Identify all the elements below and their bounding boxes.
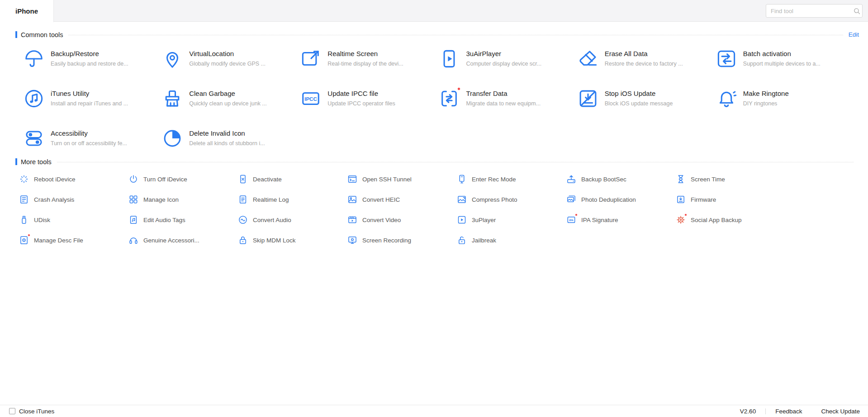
more-tool-turn-off-idevice[interactable]: Turn Off iDevice bbox=[128, 174, 238, 185]
realtime-screen-icon bbox=[300, 48, 321, 69]
footer-right: V2.60 Feedback Check Update bbox=[740, 408, 860, 415]
tool-label: UDisk bbox=[34, 217, 50, 223]
tool-label: Convert Video bbox=[362, 217, 401, 223]
tool-label: Social App Backup bbox=[691, 217, 742, 223]
common-tool-realtime-screen[interactable]: Realtime ScreenReal-time display of the … bbox=[300, 48, 439, 69]
close-itunes-checkbox[interactable] bbox=[9, 408, 15, 414]
close-itunes-option[interactable]: Close iTunes bbox=[9, 408, 54, 415]
section-divider bbox=[68, 35, 843, 35]
genuine-accessory-icon bbox=[128, 235, 138, 245]
3uplayer-icon bbox=[457, 215, 467, 225]
more-tool-open-ssh-tunnel[interactable]: Open SSH Tunnel bbox=[347, 174, 457, 185]
tab-bar: iPhone bbox=[0, 0, 868, 22]
stop-update-icon bbox=[578, 88, 598, 109]
more-tool-edit-audio-tags[interactable]: Edit Audio Tags bbox=[128, 214, 238, 225]
search-input[interactable] bbox=[766, 8, 853, 14]
edit-link[interactable]: Edit bbox=[849, 31, 859, 38]
tool-title: iTunes Utility bbox=[51, 90, 128, 97]
more-tool-deactivate[interactable]: Deactivate bbox=[238, 174, 347, 185]
tool-label: 3uPlayer bbox=[472, 217, 496, 223]
common-tool-transfer-data[interactable]: Transfer DataMigrate data to new equipm.… bbox=[439, 88, 577, 109]
section-title: Common tools bbox=[21, 31, 63, 38]
clean-brush-icon bbox=[162, 88, 183, 109]
more-tool-convert-audio[interactable]: Convert Audio bbox=[238, 214, 347, 225]
svg-text:IPCC: IPCC bbox=[305, 96, 317, 102]
tool-title: Make Ringtone bbox=[743, 90, 789, 97]
tool-desc: Real-time display of the devi... bbox=[327, 61, 403, 67]
more-tool-social-app-backup[interactable]: Social App Backup bbox=[676, 214, 785, 225]
common-tool-batch-activation[interactable]: Batch activationSupport multiple devices… bbox=[716, 48, 854, 69]
accessibility-icon bbox=[24, 128, 44, 149]
more-tool-manage-icon[interactable]: Manage Icon bbox=[128, 194, 238, 205]
more-tools-grid: Reboot iDeviceTurn Off iDeviceDeactivate… bbox=[0, 166, 868, 246]
tool-title: VirtualLocation bbox=[189, 50, 266, 57]
common-tool-3uairplayer[interactable]: 3uAirPlayerComputer display device scr..… bbox=[439, 48, 577, 69]
common-tool-accessibility[interactable]: AccessibilityTurn on or off accessibilit… bbox=[24, 128, 162, 149]
tool-title: Stop iOS Update bbox=[605, 90, 673, 97]
more-tool-udisk[interactable]: UDisk bbox=[19, 214, 128, 225]
section-title: More tools bbox=[21, 158, 52, 166]
section-divider bbox=[57, 162, 854, 162]
ipa-signature-icon: IPA bbox=[566, 215, 576, 225]
status-bar: Close iTunes V2.60 Feedback Check Update bbox=[0, 405, 868, 417]
search-icon[interactable] bbox=[853, 7, 861, 15]
tab-iphone[interactable]: iPhone bbox=[0, 0, 54, 22]
version-label: V2.60 bbox=[740, 408, 756, 415]
tool-desc: Turn on or off accessibility fe... bbox=[51, 140, 127, 147]
more-tool-manage-desc-file[interactable]: Manage Desc File bbox=[19, 235, 128, 246]
common-tool-update-ipcc-file[interactable]: IPCCUpdate IPCC fileUpdate IPCC operator… bbox=[300, 88, 439, 109]
ringtone-bell-icon bbox=[716, 88, 737, 109]
ipcc-file-icon: IPCC bbox=[300, 88, 321, 109]
common-tool-virtuallocation[interactable]: VirtualLocationGlobally modify device GP… bbox=[162, 48, 300, 69]
more-tool-convert-heic[interactable]: Convert HEIC bbox=[347, 194, 457, 205]
tool-label: Compress Photo bbox=[472, 196, 517, 203]
common-tool-delete-invalid-icon[interactable]: Delete Invalid IconDelete all kinds of s… bbox=[162, 128, 300, 149]
more-tool-crash-analysis[interactable]: Crash Analysis bbox=[19, 194, 128, 205]
tool-label: Realtime Log bbox=[253, 196, 289, 203]
tool-title: Delete Invalid Icon bbox=[189, 129, 265, 137]
common-tool-erase-all-data[interactable]: Erase All DataRestore the device to fact… bbox=[578, 48, 716, 69]
more-tool-ipa-signature[interactable]: IPAIPA Signature bbox=[566, 214, 676, 225]
tool-desc: Globally modify device GPS ... bbox=[189, 61, 266, 67]
screen-recording-icon bbox=[347, 235, 357, 245]
tool-desc: Easily backup and restore de... bbox=[51, 61, 128, 67]
more-tools-section: More tools Reboot iDeviceTurn Off iDevic… bbox=[0, 157, 868, 246]
more-tool-genuine-accessori[interactable]: Genuine Accessori... bbox=[128, 235, 238, 246]
tool-label: Crash Analysis bbox=[34, 196, 74, 203]
common-tools-grid: Backup/RestoreEasily backup and restore … bbox=[0, 39, 868, 149]
compress-photo-icon bbox=[457, 194, 467, 204]
more-tool-reboot-idevice[interactable]: Reboot iDevice bbox=[19, 174, 128, 185]
tool-title: Realtime Screen bbox=[327, 50, 403, 57]
more-tool-skip-mdm-lock[interactable]: Skip MDM Lock bbox=[238, 235, 347, 246]
more-tool-photo-deduplication[interactable]: Photo Deduplication bbox=[566, 194, 676, 205]
check-update-link[interactable]: Check Update bbox=[821, 408, 860, 415]
common-tool-clean-garbage[interactable]: Clean GarbageQuickly clean up device jun… bbox=[162, 88, 300, 109]
tool-title: Erase All Data bbox=[605, 50, 683, 57]
more-tool-firmware[interactable]: Firmware bbox=[676, 194, 785, 205]
more-tool-screen-recording[interactable]: Screen Recording bbox=[347, 235, 457, 246]
manage-desc-icon bbox=[19, 235, 29, 245]
more-tool-3uplayer[interactable]: 3uPlayer bbox=[457, 214, 566, 225]
social-backup-icon bbox=[676, 215, 686, 225]
common-tool-itunes-utility[interactable]: iTunes UtilityInstall and repair iTunes … bbox=[24, 88, 162, 109]
more-tool-enter-rec-mode[interactable]: Enter Rec Mode bbox=[457, 174, 566, 185]
more-tool-screen-time[interactable]: Screen Time bbox=[676, 174, 785, 185]
batch-activation-icon bbox=[716, 48, 737, 69]
tool-label: Backup BootSec bbox=[581, 176, 626, 183]
tool-label: Screen Time bbox=[691, 176, 725, 183]
more-tool-compress-photo[interactable]: Compress Photo bbox=[457, 194, 566, 205]
common-tool-stop-ios-update[interactable]: Stop iOS UpdateBlock iOS update message bbox=[578, 88, 716, 109]
more-tool-convert-video[interactable]: Convert Video bbox=[347, 214, 457, 225]
more-tool-realtime-log[interactable]: Realtime Log bbox=[238, 194, 347, 205]
more-tool-backup-bootsec[interactable]: Backup BootSec bbox=[566, 174, 676, 185]
umbrella-icon bbox=[24, 48, 44, 69]
tool-label: Enter Rec Mode bbox=[472, 176, 516, 183]
feedback-link[interactable]: Feedback bbox=[775, 408, 802, 415]
edit-audio-tags-icon bbox=[128, 215, 138, 225]
common-tool-make-ringtone[interactable]: Make RingtoneDIY ringtones bbox=[716, 88, 854, 109]
tool-label: Manage Desc File bbox=[34, 237, 83, 244]
tool-label: Open SSH Tunnel bbox=[362, 176, 412, 183]
more-tool-jailbreak[interactable]: Jailbreak bbox=[457, 235, 566, 246]
tool-desc: DIY ringtones bbox=[743, 100, 789, 107]
common-tool-backup-restore[interactable]: Backup/RestoreEasily backup and restore … bbox=[24, 48, 162, 69]
